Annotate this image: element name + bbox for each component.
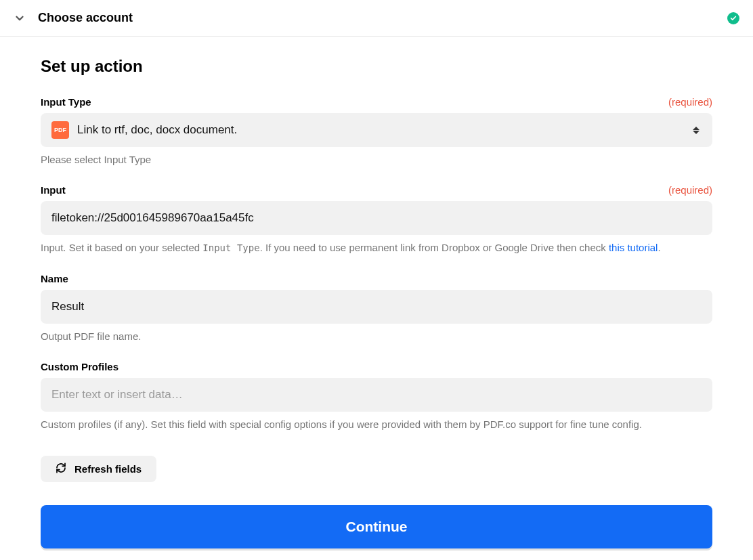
- input-label: Input: [41, 184, 66, 196]
- input-help-suffix: .: [658, 242, 660, 253]
- name-help: Output PDF file name.: [41, 329, 712, 343]
- refresh-fields-label: Refresh fields: [74, 463, 142, 475]
- pdf-icon: PDF: [51, 121, 69, 139]
- refresh-fields-button[interactable]: Refresh fields: [41, 456, 156, 482]
- input-help: Input. Set it based on your selected Inp…: [41, 240, 712, 255]
- custom-profiles-label: Custom Profiles: [41, 361, 119, 372]
- input-type-help: Please select Input Type: [41, 152, 712, 167]
- tutorial-link[interactable]: this tutorial: [609, 242, 658, 253]
- refresh-icon: [56, 462, 66, 475]
- check-complete-icon: [727, 12, 739, 24]
- input-help-prefix: Input. Set it based on your selected: [41, 242, 202, 253]
- choose-account-header: Choose account: [0, 0, 753, 37]
- field-input: Input (required) Input. Set it based on …: [41, 184, 712, 255]
- field-custom-profiles: Custom Profiles Custom profiles (if any)…: [41, 361, 712, 431]
- custom-profiles-field[interactable]: [51, 388, 702, 402]
- name-field[interactable]: [51, 300, 702, 314]
- custom-profiles-help: Custom profiles (if any). Set this field…: [41, 417, 712, 431]
- input-type-select[interactable]: PDF Link to rtf, doc, docx document.: [41, 113, 712, 147]
- required-tag: (required): [668, 96, 712, 108]
- input-help-middle: . If you need to use permanent link from…: [260, 242, 609, 253]
- field-name: Name Output PDF file name.: [41, 273, 712, 343]
- required-tag: (required): [668, 184, 712, 196]
- field-input-type: Input Type (required) PDF Link to rtf, d…: [41, 96, 712, 167]
- chevron-down-icon[interactable]: [14, 12, 26, 24]
- updown-caret-icon: [691, 127, 702, 134]
- input-field[interactable]: [51, 211, 702, 225]
- continue-button[interactable]: Continue: [41, 505, 712, 548]
- header-title: Choose account: [38, 11, 133, 25]
- input-type-label: Input Type: [41, 96, 91, 108]
- input-help-code: Input Type: [202, 242, 259, 253]
- name-label: Name: [41, 273, 68, 284]
- input-type-value: Link to rtf, doc, docx document.: [77, 123, 691, 137]
- section-title: Set up action: [41, 57, 712, 76]
